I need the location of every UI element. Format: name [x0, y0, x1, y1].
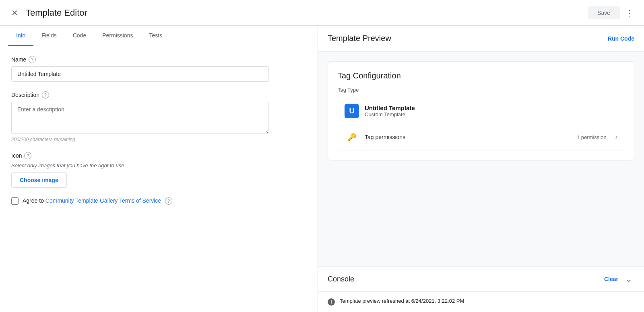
tabs-bar: Info Fields Code Permissions Tests: [0, 26, 318, 46]
preview-header: Template Preview Run Code: [318, 26, 644, 51]
preview-title: Template Preview: [328, 34, 391, 43]
description-textarea[interactable]: [11, 102, 269, 134]
tos-link[interactable]: Community Template Gallery Terms of Serv…: [45, 197, 161, 204]
icon-help-icon[interactable]: ?: [24, 152, 31, 159]
info-icon: i: [328, 298, 335, 306]
tag-type-row[interactable]: U Untitled Template Custom Template: [338, 98, 624, 124]
console-body: i Template preview refreshed at 6/24/202…: [318, 291, 644, 312]
tab-tests[interactable]: Tests: [141, 26, 170, 46]
tos-label: Agree to Community Template Gallery Term…: [23, 197, 172, 205]
preview-body: Tag Configuration Tag Type U Untitled Te…: [318, 51, 644, 267]
char-count: 200/200 characters remaining: [11, 137, 306, 142]
tag-icon: U: [345, 104, 359, 118]
run-code-button[interactable]: Run Code: [608, 35, 634, 42]
tag-info: Untitled Template Custom Template: [365, 105, 617, 117]
name-input[interactable]: [11, 66, 269, 82]
name-help-icon[interactable]: ?: [29, 56, 36, 63]
app-header: ✕ Template Editor Save ⋮: [0, 0, 644, 26]
icon-label: Icon ?: [11, 152, 306, 159]
tag-type-option: U Untitled Template Custom Template 🔑 Ta…: [338, 98, 624, 150]
close-button[interactable]: ✕: [8, 6, 21, 19]
chevron-down-icon: ⌄: [625, 274, 632, 284]
main-layout: Info Fields Code Permissions Tests Name …: [0, 26, 644, 312]
tag-sub: Custom Template: [365, 111, 617, 117]
console-title: Console: [328, 275, 604, 283]
icon-hint-text: Select only images that you have the rig…: [11, 162, 306, 168]
icon-field-group: Icon ? Select only images that you have …: [11, 152, 306, 188]
tos-help-icon[interactable]: ?: [165, 197, 172, 205]
more-icon: ⋮: [625, 8, 634, 18]
console-section: Console Clear ⌄ i Template preview refre…: [318, 267, 644, 312]
collapse-console-button[interactable]: ⌄: [623, 273, 634, 285]
tag-config-title: Tag Configuration: [338, 71, 624, 80]
right-panel: Template Preview Run Code Tag Configurat…: [318, 26, 644, 312]
chevron-right-icon: ›: [615, 133, 617, 141]
tab-permissions[interactable]: Permissions: [94, 26, 141, 46]
tab-fields[interactable]: Fields: [33, 26, 64, 46]
tab-info[interactable]: Info: [8, 26, 33, 46]
header-actions: Save ⋮: [588, 6, 636, 19]
console-message: Template preview refreshed at 6/24/2021,…: [340, 298, 464, 304]
choose-image-button[interactable]: Choose image: [11, 172, 67, 188]
tag-name: Untitled Template: [365, 105, 617, 111]
permissions-count: 1 permission: [577, 134, 607, 140]
description-field-group: Description ? 200/200 characters remaini…: [11, 91, 306, 142]
save-button[interactable]: Save: [588, 6, 620, 19]
description-label: Description ?: [11, 91, 306, 99]
tos-checkbox[interactable]: [11, 197, 19, 205]
tab-code[interactable]: Code: [65, 26, 94, 46]
permissions-label: Tag permissions: [365, 134, 571, 140]
clear-button[interactable]: Clear: [604, 276, 618, 282]
key-icon: 🔑: [345, 130, 359, 144]
description-help-icon[interactable]: ?: [42, 91, 49, 99]
tag-config-card: Tag Configuration Tag Type U Untitled Te…: [328, 61, 634, 160]
tos-checkbox-row: Agree to Community Template Gallery Term…: [11, 197, 306, 205]
name-field-group: Name ?: [11, 56, 306, 82]
page-title: Template Editor: [26, 8, 87, 18]
form-content: Name ? Description ? 200/200 characters …: [0, 46, 318, 312]
name-label: Name ?: [11, 56, 306, 63]
left-panel: Info Fields Code Permissions Tests Name …: [0, 26, 318, 312]
tag-type-label: Tag Type: [338, 87, 624, 93]
console-header: Console Clear ⌄: [318, 267, 644, 291]
tag-permissions-row[interactable]: 🔑 Tag permissions 1 permission ›: [338, 124, 624, 150]
close-icon: ✕: [11, 8, 18, 18]
more-options-button[interactable]: ⋮: [623, 6, 636, 19]
